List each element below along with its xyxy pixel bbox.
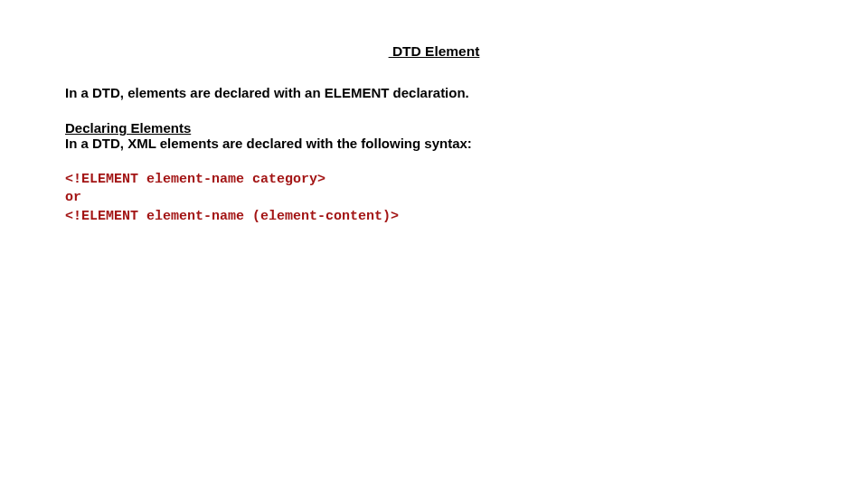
section-heading: Declaring Elements xyxy=(65,120,803,136)
intro-paragraph: In a DTD, elements are declared with an … xyxy=(65,85,803,100)
code-block: <!ELEMENT element-name category> or <!EL… xyxy=(65,171,803,226)
section-description: In a DTD, XML elements are declared with… xyxy=(65,136,803,151)
page-title: DTD Element xyxy=(65,43,803,60)
